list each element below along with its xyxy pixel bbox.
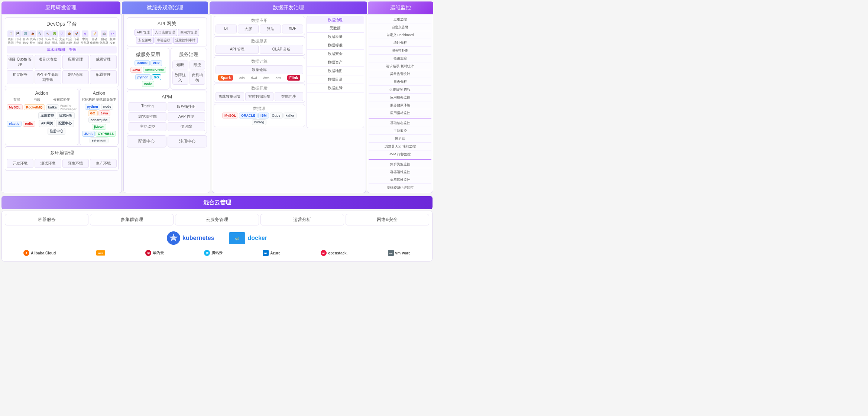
ingress-traffic: 入口流量管理 — [153, 29, 177, 36]
data-catalog: 数据目录 — [307, 75, 364, 84]
data-left: 数据应用 BI 大屏 算法 XDP 数据服务 — [214, 16, 305, 128]
devops-item-8: 🛡 安全扫描 — [59, 30, 65, 45]
data-quality: 数据质量 — [307, 33, 364, 41]
devops-item-label: 代码扫描 — [37, 38, 43, 45]
api-gw-box: API 网关 API 管理 入口流量管理 调用方管理 安全策略 申请鉴权 流量控… — [127, 17, 207, 46]
k8s-docker-row: kubernetes 🐳 docker — [5, 228, 429, 248]
vmware-logo: vm vmware — [388, 250, 411, 256]
tencent-logo: 腾 腾讯云 — [204, 250, 223, 256]
devops-item-2: 💾 代码托管 — [15, 30, 22, 45]
addon-row2: elastic redis 应用监控 日志分析 API网关 配置中心 注册中心 — [7, 112, 77, 135]
devops-title: DevOps 平台 — [7, 19, 117, 30]
svc-topology: 服务拓扑图 — [369, 47, 431, 55]
svg-text:aws: aws — [98, 252, 103, 254]
devops-item-13: 🤖 自动化部署 — [100, 30, 108, 45]
devops-box: DevOps 平台 📋 项目协同 💾 代码托管 🔄 自动触发 — [5, 17, 119, 87]
circuit-break: 熔断 — [172, 61, 188, 69]
devops-item-6: 🔨 代码构建 — [44, 30, 51, 45]
app-monitor: 应用监控 — [38, 112, 56, 119]
data-compute-box: 数据计算 数据仓库 Spark ods dwd dws ads Flink — [214, 57, 305, 82]
spring-cloud-logo: Spring Cloud — [143, 67, 166, 73]
azure-logo: Az Azure — [263, 250, 281, 256]
selenium-logo: selenium — [90, 137, 108, 143]
k8s-label: kubernetes — [182, 235, 214, 241]
elastic-logo: elastic — [7, 121, 22, 127]
app-perf: APP 性能 — [168, 112, 205, 121]
addon-box: Addon 存储 消息 分布式协作 MySQL RocketMQ kafka A… — [5, 89, 78, 145]
api-gw-items: API 管理 入口流量管理 调用方管理 安全策略 申请鉴权 流量控制审计 — [129, 28, 205, 45]
vmware-label: vm — [395, 251, 401, 255]
dubbo-logo: DUBBO — [135, 60, 150, 66]
data-lineage: 数据血缘 — [307, 84, 364, 92]
rate-limit: 限流 — [190, 61, 205, 69]
active-monitor: 主动监控 — [129, 122, 166, 131]
micro-app-logos2: python GO node — [129, 74, 168, 88]
devops-row1: 项目 Quota 管理 项目仪表盘 应用管理 成员管理 — [7, 55, 117, 69]
data-standard: 数据标准 — [307, 41, 364, 50]
svg-text:华: 华 — [146, 251, 150, 254]
devops-item-label: 自动化部署 — [100, 38, 108, 45]
aws-logo: aws — [96, 250, 105, 256]
svg-text:A: A — [26, 252, 27, 254]
unit-test-icon: ✅ — [51, 30, 58, 37]
addon-row1: MySQL RocketMQ kafka Apache ZooKeeper — [7, 104, 77, 111]
devops-item-1: 📋 项目协同 — [7, 30, 14, 45]
action-categories: 代码构建 测试 部署版本 — [81, 97, 117, 102]
app-metric-monitor: 应用指标监控 — [369, 110, 431, 117]
fault-inject: 故障注入 — [172, 71, 188, 85]
offline-collect: 离线数据采集 — [216, 92, 244, 101]
security-policy: 安全策略 — [136, 37, 154, 44]
python-logo2: python — [135, 74, 151, 80]
ibm-ds: IBM — [258, 113, 269, 118]
svc-health-check: 服务健康体检 — [369, 102, 431, 109]
devops-item-label: 自动触发 — [23, 38, 29, 45]
ops-items: 运维监控 自定义告警 自定义 Dashboard 统计分析 服务拓扑图 链路追踪… — [369, 16, 431, 191]
caller-mgmt: 调用方管理 — [178, 29, 199, 36]
exception-alert: 异常告警统计 — [369, 71, 431, 78]
alibaba-icon: A — [23, 250, 29, 256]
project-icon: 📋 — [7, 30, 14, 37]
data-source-logos: MySQL ORACLE IBM Odps kafka binlog — [216, 113, 303, 125]
alibaba-cloud-logo: A Alibaba Cloud — [23, 250, 56, 256]
data-compute-title: 数据计算 — [216, 59, 303, 64]
slow-trace-ops: 慢追踪 — [369, 135, 431, 143]
rocketmq-logo: RocketMQ — [24, 104, 45, 110]
devops-item-label: 代码检出 — [30, 38, 36, 45]
api-gw: API网关 — [39, 120, 55, 127]
azure-icon: Az — [263, 250, 269, 256]
addon-storage: 存储 — [13, 97, 20, 102]
log-analysis-ops: 日志分析 — [369, 78, 431, 86]
hybrid-cloud-bar: 混合云管理 — [1, 196, 433, 209]
slow-trace: 慢追踪 — [168, 122, 205, 131]
php-logo: PHP — [150, 60, 162, 66]
svg-text:腾: 腾 — [205, 251, 208, 254]
binlog-ds: binlog — [252, 119, 266, 125]
devops-item-12: 📝 自动化审核 — [90, 30, 99, 45]
devops-item-label: 单元测试 — [52, 38, 58, 45]
addon-logos: MySQL RocketMQ kafka Apache ZooKeeper el… — [7, 104, 77, 135]
data-governance-title: 数据治理 — [307, 16, 364, 24]
data-warehouse: 数据仓库 — [216, 65, 303, 74]
prod-env: 生产环境 — [90, 159, 117, 168]
multi-env-title: 多环境管理 — [7, 148, 117, 158]
devops-item-14: 🏷 版本发布 — [109, 30, 116, 45]
header-row: 应用研发管理 微服务观测治理 数据开发治理 运维监控 — [0, 0, 434, 14]
browser-app-monitor: 浏览器 App 性能监控 — [369, 143, 431, 150]
aws-icon: aws — [96, 250, 105, 256]
devops-item-label: 代码托管 — [15, 38, 21, 45]
service-gov-items: 熔断 限流 故障注入 负载均衡 — [172, 61, 205, 85]
code-scan-icon: 🔍 — [37, 30, 43, 37]
member-mgmt: 成员管理 — [90, 55, 117, 69]
kafka-logo-1: kafka — [46, 104, 59, 110]
k8s-icon — [167, 231, 180, 245]
micro-inner: 微服务应用 DUBBO PHP Java Spring Cloud python… — [127, 48, 207, 90]
container-service: 容器服务 — [5, 214, 88, 225]
go-logo2: GO — [152, 74, 161, 80]
action-title: Action — [81, 91, 117, 96]
xdp: XDP — [282, 25, 303, 33]
compute-logos: Spark ods dwd dws ads Flink — [216, 75, 303, 81]
api-lifecycle: API 全生命周期管理 — [35, 70, 61, 84]
data-source-box: 数据源 MySQL ORACLE IBM Odps kafka binlog — [214, 104, 305, 127]
conf-reg-row: 配置中心 注册中心 — [127, 135, 207, 147]
action-logos: python node GO Java sonarqube jMeter JUn… — [81, 104, 117, 143]
